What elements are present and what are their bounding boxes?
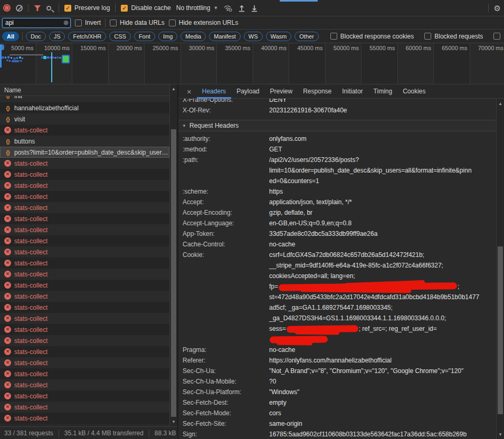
tab-cookies[interactable]: Cookies (397, 84, 431, 99)
settings-gear-button[interactable]: ⚙ (494, 4, 501, 12)
close-details-button[interactable]: × (183, 87, 196, 96)
funnel-icon (34, 5, 41, 12)
gear-icon: ⚙ (494, 4, 501, 12)
request-row[interactable]: ✕stats-collect (0, 191, 169, 202)
export-har-button[interactable] (251, 4, 258, 12)
filter-pill-font[interactable]: Font (134, 32, 155, 41)
filter-toggle-button[interactable] (34, 5, 41, 12)
header-value-text: /api2/v2/users/20572336/posts? (269, 156, 359, 164)
request-row[interactable]: ✕stats-collect (0, 390, 169, 402)
request-row[interactable]: ✕stats-collect (0, 346, 169, 357)
time-tick-label: 45000 ms (297, 45, 322, 51)
tab-headers[interactable]: Headers (197, 84, 231, 99)
failed-request-icon: ✕ (4, 182, 11, 189)
tab-initiator[interactable]: Initiator (337, 84, 368, 99)
import-har-button[interactable] (238, 4, 245, 12)
devtools-network-panel: ✓ Preserve log ✓ Disable cache No thrott… (0, 0, 504, 439)
request-row[interactable]: ✕stats-collect (0, 324, 169, 335)
request-details-pane: × HeadersPayloadPreviewResponseInitiator… (177, 84, 504, 439)
filter-pill-media[interactable]: Media (180, 32, 206, 41)
request-row[interactable]: {}init (0, 96, 169, 102)
timeline-overview[interactable]: 5000 ms10000 ms15000 ms20000 ms25000 ms3… (0, 43, 504, 84)
failed-request-icon: ✕ (4, 204, 11, 211)
filter-pill-fetch-xhr[interactable]: Fetch/XHR (68, 32, 106, 41)
request-row[interactable]: ✕stats-collect (0, 180, 169, 191)
details-scrollbar[interactable]: ▲ ▼ (496, 99, 504, 439)
request-row[interactable]: ✕stats-collect (0, 413, 169, 424)
filter-query-text: api (5, 19, 14, 26)
request-row[interactable]: ✕stats-collect (0, 158, 169, 169)
request-row[interactable]: ✕stats-collect (0, 202, 169, 213)
header-value: /api2/v2/users/20572336/posts?limit=10&o… (269, 155, 475, 186)
request-row[interactable]: ✕stats-collect (0, 125, 169, 136)
request-row[interactable]: ✕stats-collect (0, 335, 169, 346)
filter-pill-wasm[interactable]: Wasm (266, 32, 292, 41)
network-conditions-button[interactable] (223, 4, 233, 12)
request-row[interactable]: ✕stats-collect (0, 224, 169, 235)
request-row[interactable]: ✕stats-collect (0, 368, 169, 379)
disable-cache-checkbox[interactable]: ✓ Disable cache (121, 4, 170, 12)
filter-pill-manifest[interactable]: Manifest (209, 32, 241, 41)
scrollbar-down-icon[interactable]: ▼ (170, 419, 177, 424)
tab-timing[interactable]: Timing (368, 84, 398, 99)
scrollbar-thumb[interactable] (171, 129, 176, 417)
scrollbar-down-icon[interactable]: ▼ (497, 432, 504, 437)
request-row[interactable]: ✕stats-collect (0, 313, 169, 324)
request-row[interactable]: ✕stats-collect (0, 213, 169, 224)
filter-pill-img[interactable]: Img (158, 32, 177, 41)
filter-pill-js[interactable]: JS (49, 32, 65, 41)
filter-checkbox-blocked-requests[interactable]: Blocked requests (424, 33, 483, 40)
filter-pill-all[interactable]: All (2, 32, 19, 41)
search-button[interactable] (46, 6, 53, 11)
request-row[interactable]: {}hannahelizabethofficial (0, 102, 169, 113)
request-row[interactable]: ✕stats-collect (0, 169, 169, 180)
request-row[interactable]: ✕stats-collect (0, 302, 169, 313)
request-row[interactable]: ✕stats-collect (0, 402, 169, 413)
request-row[interactable]: ✕stats-collect (0, 357, 169, 368)
request-row[interactable]: ✕stats-collect (0, 257, 169, 269)
clear-button[interactable] (16, 5, 23, 12)
record-button[interactable] (3, 4, 11, 12)
status-item: 33 / 381 requests (4, 430, 53, 437)
request-list-scrollbar[interactable]: ▲ ▼ (169, 84, 177, 426)
tab-preview[interactable]: Preview (265, 84, 298, 99)
request-row[interactable]: ✕stats-collect (0, 246, 169, 257)
tab-payload[interactable]: Payload (231, 84, 264, 99)
name-column-header[interactable]: Name (0, 84, 177, 96)
invert-checkbox[interactable]: Invert (75, 19, 101, 26)
header-value-line: limit=10&order=publish_date_desc&skip_us… (269, 165, 472, 176)
filter-pill-doc[interactable]: Doc (26, 32, 46, 41)
request-row[interactable]: ✕stats-collect (0, 379, 169, 390)
time-tick-label: 65000 ms (442, 45, 467, 51)
clear-filter-icon[interactable]: ⊗ (63, 19, 69, 26)
filter-checkbox-blocked-response-cookies[interactable]: Blocked response cookies (330, 33, 414, 40)
scrollbar-thumb[interactable] (498, 246, 503, 414)
checkbox-checked-icon: ✓ (121, 5, 128, 12)
request-row[interactable]: {}visit (0, 113, 169, 125)
timeline-column: 15000 ms (72, 43, 109, 84)
filter-pill-other[interactable]: Other (294, 32, 319, 41)
request-name: hannahelizabethofficial (14, 104, 79, 112)
filter-pill-ws[interactable]: WS (244, 32, 263, 41)
failed-request-icon: ✕ (4, 127, 11, 133)
request-row[interactable]: ✕stats-collect (0, 280, 169, 291)
request-row[interactable]: {}buttons (0, 136, 169, 147)
request-headers-section-header[interactable]: ▼Request Headers (178, 120, 496, 131)
filter-pill-css[interactable]: CSS (109, 32, 131, 41)
filter-input[interactable]: api ⊗ (2, 18, 71, 28)
request-row[interactable]: {}posts?limit=10&order=publish_date_desc… (0, 147, 169, 158)
filter-checkbox-3rd-party-requests[interactable]: 3rd-party requests (493, 33, 504, 40)
header-value: same-origin (269, 418, 306, 429)
scrollbar-up-icon[interactable]: ▲ (497, 101, 504, 106)
tab-response[interactable]: Response (298, 84, 337, 99)
header-value: no-cache (269, 345, 298, 355)
hide-extension-urls-checkbox[interactable]: Hide extension URLs (169, 19, 239, 26)
timeline-column: 50000 ms (326, 43, 362, 84)
throttling-select[interactable]: No throttling ▼ (176, 4, 218, 12)
hide-data-urls-checkbox[interactable]: Hide data URLs (110, 19, 165, 26)
request-row[interactable]: ✕stats-collect (0, 269, 169, 280)
request-row[interactable]: ✕stats-collect (0, 291, 169, 302)
scrollbar-up-icon[interactable]: ▲ (170, 87, 177, 91)
request-row[interactable]: ✕stats-collect (0, 235, 169, 246)
preserve-log-checkbox[interactable]: ✓ Preserve log (64, 4, 110, 12)
